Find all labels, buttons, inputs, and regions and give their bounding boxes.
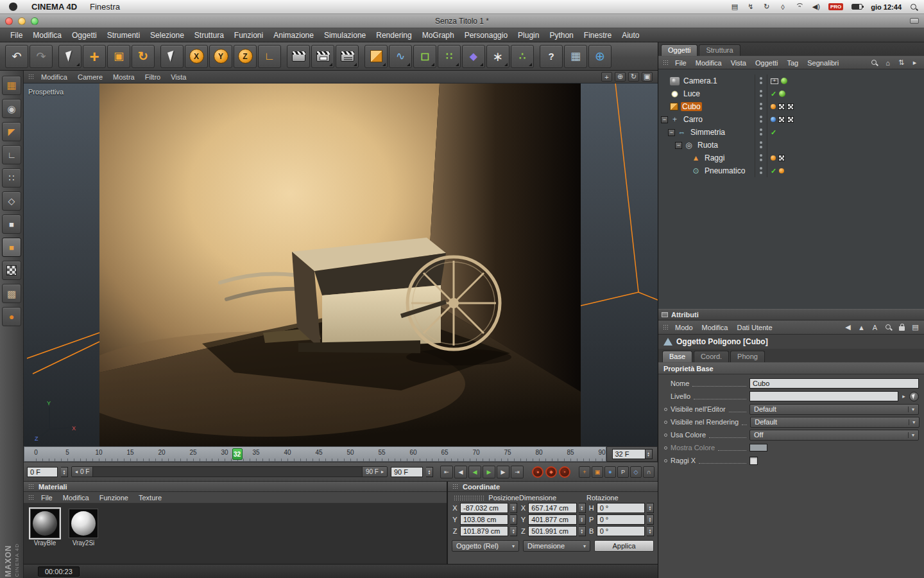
visibility-dots-icon[interactable] [755,87,767,100]
lock-y-button[interactable]: Y [209,45,232,68]
attributes-header[interactable]: Attributi [658,309,924,320]
orange-dot-tag-icon[interactable] [771,104,776,109]
menu-item-camere[interactable]: Camere [73,73,108,81]
panel-grip-icon[interactable] [663,324,669,330]
rotation-stepper[interactable]: ▲▼ [647,526,654,536]
coordinates-header[interactable]: Coordinate [448,482,658,492]
menu-item-oggetti[interactable]: Oggetti [67,31,102,40]
name-field[interactable]: Cubo [749,378,919,389]
dimension-stepper[interactable]: ▲▼ [579,503,586,513]
timeline-ruler[interactable]: 32 051015202530354045505560657075808590 [24,446,606,462]
tab-base[interactable]: Base [662,351,692,362]
tab-oggetti[interactable]: Oggetti [661,44,697,56]
search-icon[interactable] [884,323,893,332]
goto-end-button[interactable]: ⇥ [511,466,524,478]
power-icon[interactable]: ↯ [747,3,755,11]
rotate-tool[interactable]: ↻ [132,45,155,68]
apply-button[interactable]: Applica [594,540,654,552]
goto-start-button[interactable]: ⇤ [440,466,453,478]
dimension-stepper[interactable]: ▲▼ [579,526,586,536]
tree-item-camera-1[interactable]: Camera.1 [658,74,924,87]
enabled-check-icon[interactable]: ✓ [771,90,776,98]
lock-z-button[interactable]: Z [234,45,257,68]
menu-item-file[interactable]: File [5,31,28,40]
range-end-stepper[interactable]: ▲▼ [426,467,433,477]
menu-item-finestra[interactable]: Finestra [83,2,126,12]
position-stepper[interactable]: ▲▼ [510,503,517,513]
visibility-dots-icon[interactable] [755,164,767,177]
dimension-field[interactable]: 401.877 cm [528,514,576,525]
add-environment-button[interactable]: ∗ [486,45,509,68]
menu-item-texture[interactable]: Texture [133,494,167,502]
panel-grip-icon[interactable] [663,60,669,66]
panel-grip-icon[interactable] [454,495,484,501]
range-end-grip[interactable]: 90 F▸ [362,467,387,477]
display-color-swatch[interactable] [749,444,767,451]
visibility-dots-icon[interactable] [755,74,767,87]
text-icon[interactable]: A [871,323,879,332]
expand-toggle-icon[interactable]: − [668,129,675,136]
menu-item-modifica[interactable]: Modifica [691,59,726,67]
display-tag-icon[interactable] [771,78,778,84]
menu-item-animazione[interactable]: Animazione [268,31,319,40]
menu-item-modifica[interactable]: Modifica [697,324,733,331]
add-particles-button[interactable]: ∴ [511,45,534,68]
panel-menu-icon[interactable]: ▤ [911,323,920,332]
object-axis-button[interactable]: ● [2,307,21,326]
current-frame-field[interactable]: 32 F [612,449,646,459]
tree-item-ruota[interactable]: −◎Ruota [658,139,924,152]
render-picture-viewer-button[interactable] [311,45,334,68]
pan-view-icon[interactable]: + [601,72,612,82]
key-parameter-button[interactable]: P [617,466,629,478]
keyframe-dot-icon[interactable] [664,459,667,462]
menu-item-mograph[interactable]: MoGraph [417,31,459,40]
object-name[interactable]: Cubo [681,102,702,111]
playhead-stepper[interactable]: ▲▼ [61,467,68,477]
tree-item-luce[interactable]: Luce✓ [658,87,924,100]
panel-grip-icon[interactable] [28,484,34,489]
dimension-stepper[interactable]: ▲▼ [579,514,586,525]
visible-render-dropdown[interactable]: Default▾ [750,417,920,428]
position-stepper[interactable]: ▲▼ [510,526,517,536]
texture-mode-button[interactable] [2,261,21,280]
visibility-dots-icon[interactable] [755,113,767,126]
menu-item-funzione[interactable]: Funzione [94,494,133,502]
menu-item-modifica[interactable]: Modifica [36,73,73,81]
menu-item-tag[interactable]: Tag [782,59,803,67]
panel-grip-icon[interactable] [28,495,34,500]
orange-dot-tag-icon[interactable] [779,168,784,173]
use-color-dropdown[interactable]: Off▾ [749,430,919,441]
menu-item-finestre[interactable]: Finestre [579,31,617,40]
viewport-canvas[interactable]: Prospettiva [24,83,658,446]
workplane-mode-button[interactable]: ∟ [2,145,21,164]
keyframe-dot-icon[interactable] [664,446,667,450]
keyframe-dot-icon[interactable] [664,421,667,424]
material-thumbnail[interactable] [69,509,98,538]
menu-item-selezione[interactable]: Selezione [145,31,189,40]
window-titlebar[interactable]: Senza Titolo 1 * [0,14,924,28]
object-name[interactable]: Simmetria [689,128,726,137]
menu-item-vista[interactable]: Vista [726,59,751,67]
layer-next-icon[interactable]: ▸ [900,392,907,401]
render-settings-button[interactable] [336,45,359,68]
move-tool[interactable]: + [83,45,106,68]
tree-item-simmetria[interactable]: −⇔Simmetria✓ [658,126,924,139]
spotlight-icon[interactable] [910,3,918,11]
edges-mode-button[interactable]: ◇ [2,191,21,211]
coordinate-mode-dropdown[interactable]: Oggetto (Rel)▾ [452,540,519,552]
cone-tool-icon[interactable]: ▲ [857,323,866,332]
rotation-field[interactable]: 0 ° [597,526,645,536]
add-primitive-button[interactable] [364,45,388,68]
add-modifier-button[interactable]: ∷ [438,45,461,68]
rotation-field[interactable]: 0 ° [597,503,645,513]
menu-item-plugin[interactable]: Plugin [513,31,544,40]
menu-item-modifica[interactable]: Modifica [58,494,94,502]
xray-checkbox[interactable] [749,457,758,465]
zoom-view-icon[interactable]: ⊕ [615,72,626,82]
rotation-stepper[interactable]: ▲▼ [647,503,654,513]
expand-toggle-icon[interactable]: − [675,142,682,149]
checker-tag-icon[interactable] [778,116,785,123]
add-spline-button[interactable]: ∿ [389,45,412,68]
materials-header[interactable]: Materiali [24,482,447,492]
tree-item-raggi[interactable]: ▲Raggi [658,152,924,164]
